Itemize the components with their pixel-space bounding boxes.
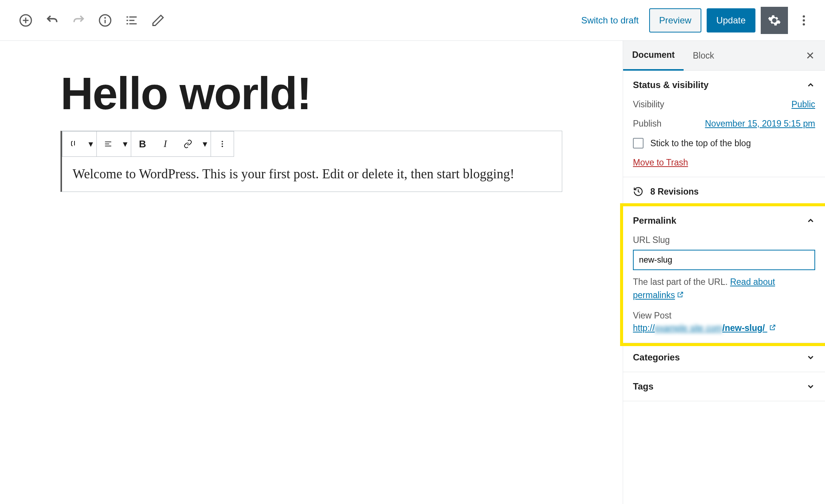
publish-value[interactable]: November 15, 2019 5:15 pm [705, 119, 815, 129]
svg-rect-10 [127, 23, 129, 24]
visibility-label: Visibility [633, 99, 664, 110]
chevron-down-icon [806, 382, 815, 391]
top-toolbar: Switch to draft Preview Update [0, 0, 825, 41]
italic-button[interactable]: I [154, 131, 177, 156]
revisions-count: 8 Revisions [650, 187, 699, 197]
update-button[interactable]: Update [707, 8, 755, 32]
tab-block[interactable]: Block [684, 42, 723, 70]
publish-row: Publish November 15, 2019 5:15 pm [633, 119, 815, 129]
categories-panel: Categories [623, 343, 825, 372]
view-post-label: View Post [633, 311, 815, 321]
transform-block-button[interactable] [62, 131, 85, 156]
permalink-panel-title: Permalink [633, 215, 676, 226]
more-format-caret[interactable]: ▾ [199, 131, 211, 156]
chevron-up-icon [806, 80, 815, 90]
top-right-actions: Switch to draft Preview Update [576, 7, 814, 34]
url-slug-input[interactable] [633, 250, 815, 270]
undo-button[interactable] [42, 10, 63, 31]
preview-button[interactable]: Preview [649, 8, 701, 32]
view-post-link[interactable]: http://example site com/new-slug/ [633, 323, 815, 334]
tags-panel-title: Tags [633, 381, 653, 392]
settings-sidebar: Document Block ✕ Status & visibility Vis… [623, 41, 825, 504]
settings-button[interactable] [761, 7, 788, 34]
svg-rect-11 [129, 23, 137, 24]
external-link-icon [676, 289, 684, 302]
close-sidebar-button[interactable]: ✕ [795, 49, 825, 62]
sidebar-tabs: Document Block ✕ [623, 41, 825, 71]
block-toolbar: ▾ ▾ B I ▾ [62, 131, 562, 157]
info-button[interactable] [95, 10, 116, 31]
url-slug-label: URL Slug [633, 235, 815, 245]
publish-label: Publish [633, 119, 661, 129]
history-icon [633, 186, 644, 197]
tags-panel: Tags [623, 372, 825, 401]
align-dropdown-caret[interactable]: ▾ [119, 131, 131, 156]
status-panel-title: Status & visibility [633, 80, 709, 90]
status-panel-toggle[interactable]: Status & visibility [633, 80, 815, 90]
outline-button[interactable] [121, 10, 142, 31]
block-more-button[interactable] [211, 131, 234, 156]
svg-point-20 [222, 146, 223, 147]
svg-point-5 [105, 17, 105, 18]
svg-rect-16 [105, 144, 109, 144]
svg-rect-7 [129, 16, 137, 17]
add-block-button[interactable] [15, 10, 36, 31]
revisions-button[interactable]: 8 Revisions [633, 186, 815, 197]
bold-button[interactable]: B [131, 131, 154, 156]
svg-rect-9 [129, 20, 135, 21]
svg-point-18 [222, 141, 223, 142]
svg-point-19 [222, 143, 223, 145]
svg-rect-8 [127, 20, 129, 21]
redo-button[interactable] [68, 10, 89, 31]
svg-rect-17 [105, 146, 112, 147]
tags-panel-toggle[interactable]: Tags [633, 381, 815, 392]
svg-rect-6 [127, 16, 129, 17]
permalink-panel: Permalink URL Slug The last part of the … [623, 206, 825, 343]
tab-document[interactable]: Document [623, 41, 684, 71]
svg-point-12 [803, 15, 805, 17]
slug-help-text: The last part of the URL. Read about per… [633, 275, 815, 302]
svg-rect-15 [105, 142, 112, 142]
visibility-row: Visibility Public [633, 99, 815, 110]
main-area: Hello world! ▾ ▾ B I [0, 41, 825, 504]
status-panel: Status & visibility Visibility Public Pu… [623, 71, 825, 177]
svg-point-13 [803, 19, 805, 22]
sticky-label: Stick to the top of the blog [650, 138, 751, 148]
edit-mode-button[interactable] [147, 10, 169, 31]
sticky-row: Stick to the top of the blog [633, 138, 815, 148]
move-to-trash-link[interactable]: Move to Trash [633, 158, 688, 167]
chevron-up-icon [806, 216, 815, 225]
permalink-panel-toggle[interactable]: Permalink [633, 215, 815, 226]
top-left-tools [15, 10, 169, 31]
permalink-highlight: Permalink URL Slug The last part of the … [620, 203, 825, 346]
categories-panel-title: Categories [633, 352, 680, 363]
categories-panel-toggle[interactable]: Categories [633, 352, 815, 363]
link-button[interactable] [177, 131, 199, 156]
switch-to-draft-button[interactable]: Switch to draft [576, 11, 644, 29]
visibility-value[interactable]: Public [791, 99, 815, 110]
external-link-icon [769, 323, 776, 334]
paragraph-content[interactable]: Welcome to WordPress. This is your first… [62, 157, 562, 192]
transform-dropdown-caret[interactable]: ▾ [85, 131, 96, 156]
chevron-down-icon [806, 353, 815, 362]
sticky-checkbox[interactable] [633, 138, 644, 148]
more-menu-button[interactable] [793, 10, 814, 31]
editor-canvas: Hello world! ▾ ▾ B I [0, 41, 623, 504]
revisions-panel: 8 Revisions [623, 177, 825, 206]
paragraph-block[interactable]: ▾ ▾ B I ▾ [60, 131, 562, 192]
post-title[interactable]: Hello world! [60, 67, 562, 119]
svg-point-14 [803, 23, 805, 25]
align-button[interactable] [97, 131, 119, 156]
